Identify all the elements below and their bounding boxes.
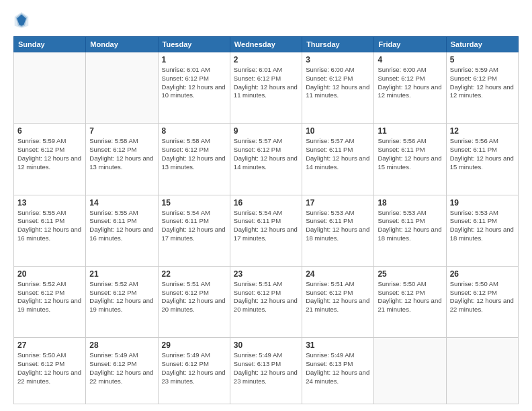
day-info: Sunrise: 5:55 AM Sunset: 6:11 PM Dayligh…: [89, 209, 154, 243]
calendar-day-cell: 21Sunrise: 5:52 AM Sunset: 6:12 PM Dayli…: [86, 266, 158, 337]
day-info: Sunrise: 5:57 AM Sunset: 6:12 PM Dayligh…: [234, 137, 298, 171]
day-number: 2: [234, 55, 298, 64]
day-info: Sunrise: 5:52 AM Sunset: 6:12 PM Dayligh…: [89, 280, 154, 314]
day-info: Sunrise: 5:56 AM Sunset: 6:11 PM Dayligh…: [378, 137, 442, 171]
calendar-table: SundayMondayTuesdayWednesdayThursdayFrid…: [13, 36, 519, 404]
day-number: 12: [450, 126, 515, 136]
day-number: 22: [162, 269, 226, 279]
calendar-day-cell: 17Sunrise: 5:53 AM Sunset: 6:11 PM Dayli…: [302, 195, 374, 266]
weekday-header: Monday: [86, 37, 158, 52]
calendar-day-cell: 6Sunrise: 5:59 AM Sunset: 6:12 PM Daylig…: [14, 124, 86, 195]
day-number: 25: [378, 269, 442, 279]
day-number: 17: [306, 198, 370, 208]
calendar-day-cell: [86, 52, 158, 124]
day-number: 7: [89, 126, 154, 136]
day-number: 28: [89, 340, 154, 350]
day-info: Sunrise: 5:58 AM Sunset: 6:12 PM Dayligh…: [89, 137, 154, 171]
weekday-header: Wednesday: [230, 37, 302, 52]
day-number: 14: [89, 198, 154, 208]
calendar-day-cell: 23Sunrise: 5:51 AM Sunset: 6:12 PM Dayli…: [230, 266, 302, 337]
day-number: 19: [450, 198, 515, 208]
day-info: Sunrise: 5:56 AM Sunset: 6:11 PM Dayligh…: [450, 137, 515, 171]
calendar-day-cell: 27Sunrise: 5:50 AM Sunset: 6:12 PM Dayli…: [14, 338, 86, 404]
day-number: 21: [89, 269, 154, 279]
day-number: 29: [162, 340, 226, 350]
header: [13, 11, 519, 30]
day-info: Sunrise: 6:00 AM Sunset: 6:12 PM Dayligh…: [306, 66, 370, 100]
calendar-day-cell: 15Sunrise: 5:54 AM Sunset: 6:11 PM Dayli…: [158, 195, 230, 266]
day-number: 4: [378, 55, 442, 64]
calendar-day-cell: 13Sunrise: 5:55 AM Sunset: 6:11 PM Dayli…: [14, 195, 86, 266]
day-number: 26: [450, 269, 515, 279]
day-number: 23: [234, 269, 298, 279]
weekday-header: Thursday: [302, 37, 374, 52]
calendar-day-cell: 9Sunrise: 5:57 AM Sunset: 6:12 PM Daylig…: [230, 124, 302, 195]
day-info: Sunrise: 6:01 AM Sunset: 6:12 PM Dayligh…: [162, 66, 226, 100]
day-info: Sunrise: 5:52 AM Sunset: 6:12 PM Dayligh…: [17, 280, 82, 314]
calendar-day-cell: 22Sunrise: 5:51 AM Sunset: 6:12 PM Dayli…: [158, 266, 230, 337]
day-number: 8: [162, 126, 226, 136]
day-number: 6: [17, 126, 82, 136]
calendar-day-cell: 24Sunrise: 5:51 AM Sunset: 6:12 PM Dayli…: [302, 266, 374, 337]
calendar-day-cell: [14, 52, 86, 124]
day-info: Sunrise: 5:53 AM Sunset: 6:11 PM Dayligh…: [378, 209, 442, 243]
day-info: Sunrise: 5:50 AM Sunset: 6:12 PM Dayligh…: [378, 280, 442, 314]
day-info: Sunrise: 6:01 AM Sunset: 6:12 PM Dayligh…: [234, 66, 298, 100]
day-number: 24: [306, 269, 370, 279]
day-number: 3: [306, 55, 370, 64]
day-info: Sunrise: 5:55 AM Sunset: 6:11 PM Dayligh…: [17, 209, 82, 243]
calendar-week-row: 6Sunrise: 5:59 AM Sunset: 6:12 PM Daylig…: [14, 124, 519, 195]
day-info: Sunrise: 5:58 AM Sunset: 6:12 PM Dayligh…: [162, 137, 226, 171]
day-info: Sunrise: 5:49 AM Sunset: 6:12 PM Dayligh…: [89, 351, 154, 385]
logo: [13, 11, 32, 30]
calendar-day-cell: 11Sunrise: 5:56 AM Sunset: 6:11 PM Dayli…: [374, 124, 446, 195]
calendar-day-cell: 30Sunrise: 5:49 AM Sunset: 6:13 PM Dayli…: [230, 338, 302, 404]
day-info: Sunrise: 6:00 AM Sunset: 6:12 PM Dayligh…: [378, 66, 442, 100]
calendar-day-cell: [374, 338, 446, 404]
day-info: Sunrise: 5:50 AM Sunset: 6:12 PM Dayligh…: [17, 351, 82, 385]
day-info: Sunrise: 5:50 AM Sunset: 6:12 PM Dayligh…: [450, 280, 515, 314]
day-number: 11: [378, 126, 442, 136]
calendar-day-cell: 12Sunrise: 5:56 AM Sunset: 6:11 PM Dayli…: [446, 124, 518, 195]
day-number: 1: [162, 55, 226, 64]
calendar-day-cell: 18Sunrise: 5:53 AM Sunset: 6:11 PM Dayli…: [374, 195, 446, 266]
day-info: Sunrise: 5:54 AM Sunset: 6:11 PM Dayligh…: [162, 209, 226, 243]
calendar-day-cell: 14Sunrise: 5:55 AM Sunset: 6:11 PM Dayli…: [86, 195, 158, 266]
calendar-day-cell: 2Sunrise: 6:01 AM Sunset: 6:12 PM Daylig…: [230, 52, 302, 124]
calendar-day-cell: 8Sunrise: 5:58 AM Sunset: 6:12 PM Daylig…: [158, 124, 230, 195]
calendar-week-row: 13Sunrise: 5:55 AM Sunset: 6:11 PM Dayli…: [14, 195, 519, 266]
day-info: Sunrise: 5:53 AM Sunset: 6:11 PM Dayligh…: [450, 209, 515, 243]
day-number: 13: [17, 198, 82, 208]
day-info: Sunrise: 5:54 AM Sunset: 6:11 PM Dayligh…: [234, 209, 298, 243]
calendar-week-row: 27Sunrise: 5:50 AM Sunset: 6:12 PM Dayli…: [14, 338, 519, 404]
day-info: Sunrise: 5:51 AM Sunset: 6:12 PM Dayligh…: [306, 280, 370, 314]
calendar-day-cell: 20Sunrise: 5:52 AM Sunset: 6:12 PM Dayli…: [14, 266, 86, 337]
day-number: 18: [378, 198, 442, 208]
calendar-day-cell: 26Sunrise: 5:50 AM Sunset: 6:12 PM Dayli…: [446, 266, 518, 337]
day-info: Sunrise: 5:49 AM Sunset: 6:13 PM Dayligh…: [306, 351, 370, 385]
calendar-day-cell: 4Sunrise: 6:00 AM Sunset: 6:12 PM Daylig…: [374, 52, 446, 124]
day-info: Sunrise: 5:49 AM Sunset: 6:12 PM Dayligh…: [162, 351, 226, 385]
day-number: 30: [234, 340, 298, 350]
logo-icon: [13, 11, 30, 30]
day-number: 27: [17, 340, 82, 350]
day-number: 15: [162, 198, 226, 208]
calendar-header-row: SundayMondayTuesdayWednesdayThursdayFrid…: [14, 37, 519, 52]
calendar-day-cell: 29Sunrise: 5:49 AM Sunset: 6:12 PM Dayli…: [158, 338, 230, 404]
day-number: 10: [306, 126, 370, 136]
day-info: Sunrise: 5:53 AM Sunset: 6:11 PM Dayligh…: [306, 209, 370, 243]
day-info: Sunrise: 5:51 AM Sunset: 6:12 PM Dayligh…: [234, 280, 298, 314]
day-number: 16: [234, 198, 298, 208]
calendar-week-row: 20Sunrise: 5:52 AM Sunset: 6:12 PM Dayli…: [14, 266, 519, 337]
weekday-header: Sunday: [14, 37, 86, 52]
calendar-day-cell: 3Sunrise: 6:00 AM Sunset: 6:12 PM Daylig…: [302, 52, 374, 124]
calendar-day-cell: 1Sunrise: 6:01 AM Sunset: 6:12 PM Daylig…: [158, 52, 230, 124]
calendar-day-cell: 25Sunrise: 5:50 AM Sunset: 6:12 PM Dayli…: [374, 266, 446, 337]
day-info: Sunrise: 5:57 AM Sunset: 6:11 PM Dayligh…: [306, 137, 370, 171]
page: SundayMondayTuesdayWednesdayThursdayFrid…: [0, 0, 532, 411]
calendar-day-cell: 31Sunrise: 5:49 AM Sunset: 6:13 PM Dayli…: [302, 338, 374, 404]
calendar-week-row: 1Sunrise: 6:01 AM Sunset: 6:12 PM Daylig…: [14, 52, 519, 124]
calendar-day-cell: 28Sunrise: 5:49 AM Sunset: 6:12 PM Dayli…: [86, 338, 158, 404]
day-number: 20: [17, 269, 82, 279]
day-number: 31: [306, 340, 370, 350]
